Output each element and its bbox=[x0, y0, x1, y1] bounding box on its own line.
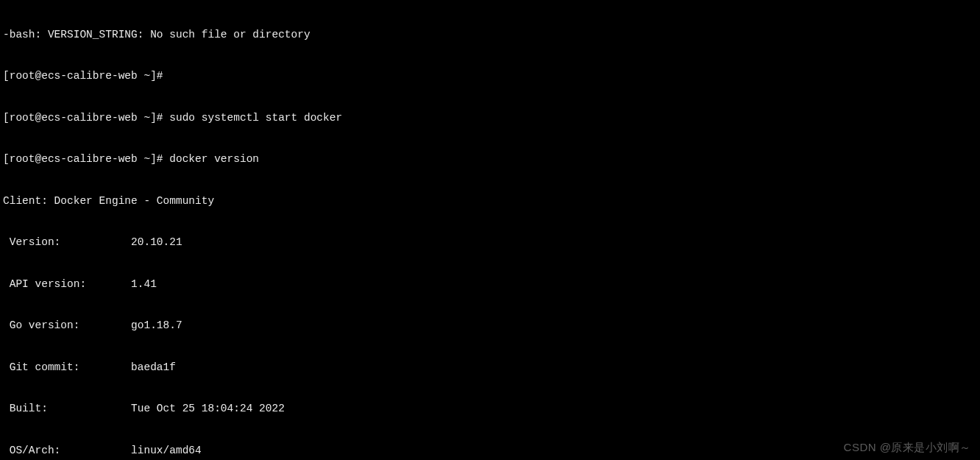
terminal-line: OS/Arch: linux/amd64 bbox=[3, 444, 977, 458]
terminal-line: -bash: VERSION_STRING: No such file or d… bbox=[3, 28, 977, 42]
watermark-text: CSDN @原来是小刘啊～ bbox=[844, 440, 971, 455]
terminal-line: Go version: go1.18.7 bbox=[3, 319, 977, 333]
terminal-line: Built: Tue Oct 25 18:04:24 2022 bbox=[3, 402, 977, 416]
terminal-output[interactable]: -bash: VERSION_STRING: No such file or d… bbox=[0, 0, 980, 460]
terminal-line: [root@ecs-calibre-web ~]# docker version bbox=[3, 152, 977, 166]
terminal-line: Git commit: baeda1f bbox=[3, 361, 977, 375]
terminal-line: [root@ecs-calibre-web ~]# sudo systemctl… bbox=[3, 111, 977, 125]
terminal-line: [root@ecs-calibre-web ~]# bbox=[3, 69, 977, 83]
terminal-line: Version: 20.10.21 bbox=[3, 236, 977, 250]
terminal-line: Client: Docker Engine - Community bbox=[3, 194, 977, 208]
terminal-line: API version: 1.41 bbox=[3, 277, 977, 291]
